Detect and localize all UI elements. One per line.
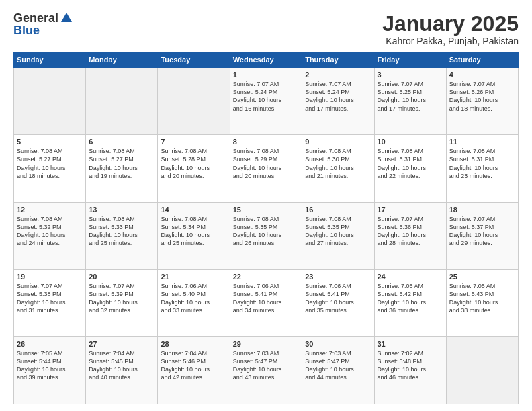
day-number: 14 xyxy=(161,205,226,214)
day-info: Sunrise: 7:02 AMSunset: 5:48 PMDaylight:… xyxy=(378,349,443,382)
day-number: 5 xyxy=(17,138,83,146)
day-info: Sunrise: 7:08 AMSunset: 5:32 PMDaylight:… xyxy=(17,215,83,248)
day-info: Sunrise: 7:06 AMSunset: 5:40 PMDaylight:… xyxy=(161,282,226,315)
calendar-cell: 23Sunrise: 7:06 AMSunset: 5:41 PMDayligh… xyxy=(302,269,374,336)
day-info: Sunrise: 7:07 AMSunset: 5:39 PMDaylight:… xyxy=(89,282,154,315)
day-number: 12 xyxy=(17,205,83,214)
logo-icon xyxy=(60,10,73,24)
calendar-cell: 6Sunrise: 7:08 AMSunset: 5:27 PMDaylight… xyxy=(86,135,158,202)
header: General Blue January 2025 Kahror Pakka, … xyxy=(13,12,519,46)
calendar-cell: 10Sunrise: 7:08 AMSunset: 5:31 PMDayligh… xyxy=(374,135,446,202)
day-number: 20 xyxy=(89,273,154,281)
day-number: 17 xyxy=(378,205,443,214)
calendar-cell: 27Sunrise: 7:04 AMSunset: 5:45 PMDayligh… xyxy=(86,336,158,404)
title-area: January 2025 Kahror Pakka, Punjab, Pakis… xyxy=(382,12,519,46)
day-number: 18 xyxy=(449,205,515,214)
day-info: Sunrise: 7:07 AMSunset: 5:38 PMDaylight:… xyxy=(17,282,83,315)
col-saturday: Saturday xyxy=(446,52,518,68)
calendar-cell: 11Sunrise: 7:08 AMSunset: 5:31 PMDayligh… xyxy=(446,135,518,202)
calendar-week-5: 26Sunrise: 7:05 AMSunset: 5:44 PMDayligh… xyxy=(14,336,519,404)
day-info: Sunrise: 7:08 AMSunset: 5:34 PMDaylight:… xyxy=(161,215,226,248)
day-number: 31 xyxy=(378,340,443,348)
day-number: 30 xyxy=(305,340,371,348)
calendar-cell: 26Sunrise: 7:05 AMSunset: 5:44 PMDayligh… xyxy=(14,336,86,404)
day-info: Sunrise: 7:08 AMSunset: 5:27 PMDaylight:… xyxy=(89,147,154,180)
day-number: 19 xyxy=(17,273,83,281)
calendar-cell: 1Sunrise: 7:07 AMSunset: 5:24 PMDaylight… xyxy=(230,68,302,135)
calendar-cell: 12Sunrise: 7:08 AMSunset: 5:32 PMDayligh… xyxy=(14,202,86,269)
day-number: 24 xyxy=(378,273,443,281)
day-number: 9 xyxy=(305,138,371,146)
day-info: Sunrise: 7:03 AMSunset: 5:47 PMDaylight:… xyxy=(305,349,371,382)
calendar-body: 1Sunrise: 7:07 AMSunset: 5:24 PMDaylight… xyxy=(14,68,519,404)
calendar-title: January 2025 xyxy=(382,12,519,36)
day-info: Sunrise: 7:07 AMSunset: 5:26 PMDaylight:… xyxy=(449,80,515,113)
day-info: Sunrise: 7:08 AMSunset: 5:30 PMDaylight:… xyxy=(305,147,371,180)
calendar-cell: 16Sunrise: 7:08 AMSunset: 5:35 PMDayligh… xyxy=(302,202,374,269)
day-info: Sunrise: 7:05 AMSunset: 5:43 PMDaylight:… xyxy=(449,282,515,315)
calendar-cell: 29Sunrise: 7:03 AMSunset: 5:47 PMDayligh… xyxy=(230,336,302,404)
calendar-cell: 17Sunrise: 7:07 AMSunset: 5:36 PMDayligh… xyxy=(374,202,446,269)
calendar-cell: 13Sunrise: 7:08 AMSunset: 5:33 PMDayligh… xyxy=(86,202,158,269)
day-number: 8 xyxy=(233,138,299,146)
calendar-cell: 5Sunrise: 7:08 AMSunset: 5:27 PMDaylight… xyxy=(14,135,86,202)
calendar-cell: 9Sunrise: 7:08 AMSunset: 5:30 PMDaylight… xyxy=(302,135,374,202)
calendar-cell xyxy=(14,68,86,135)
col-monday: Monday xyxy=(86,52,158,68)
day-number: 25 xyxy=(449,273,515,281)
col-sunday: Sunday xyxy=(14,52,86,68)
calendar-cell xyxy=(86,68,158,135)
calendar-header-row: Sunday Monday Tuesday Wednesday Thursday… xyxy=(14,52,519,68)
day-number: 28 xyxy=(161,340,226,348)
day-number: 10 xyxy=(378,138,443,146)
col-wednesday: Wednesday xyxy=(230,52,302,68)
day-number: 11 xyxy=(449,138,515,146)
day-info: Sunrise: 7:04 AMSunset: 5:46 PMDaylight:… xyxy=(161,349,226,382)
logo-general-text: General xyxy=(13,12,58,24)
day-info: Sunrise: 7:07 AMSunset: 5:24 PMDaylight:… xyxy=(233,80,299,113)
day-number: 26 xyxy=(17,340,83,348)
day-number: 3 xyxy=(378,71,443,79)
day-info: Sunrise: 7:07 AMSunset: 5:24 PMDaylight:… xyxy=(305,80,371,113)
calendar-cell: 20Sunrise: 7:07 AMSunset: 5:39 PMDayligh… xyxy=(86,269,158,336)
day-info: Sunrise: 7:08 AMSunset: 5:35 PMDaylight:… xyxy=(305,215,371,248)
day-info: Sunrise: 7:06 AMSunset: 5:41 PMDaylight:… xyxy=(233,282,299,315)
calendar-cell: 15Sunrise: 7:08 AMSunset: 5:35 PMDayligh… xyxy=(230,202,302,269)
calendar-cell: 2Sunrise: 7:07 AMSunset: 5:24 PMDaylight… xyxy=(302,68,374,135)
calendar-week-3: 12Sunrise: 7:08 AMSunset: 5:32 PMDayligh… xyxy=(14,202,519,269)
day-info: Sunrise: 7:07 AMSunset: 5:36 PMDaylight:… xyxy=(378,215,443,248)
logo-blue-text: Blue xyxy=(13,24,40,37)
day-number: 15 xyxy=(233,205,299,214)
calendar-cell xyxy=(446,336,518,404)
day-info: Sunrise: 7:08 AMSunset: 5:28 PMDaylight:… xyxy=(161,147,226,180)
calendar-week-2: 5Sunrise: 7:08 AMSunset: 5:27 PMDaylight… xyxy=(14,135,519,202)
calendar-week-1: 1Sunrise: 7:07 AMSunset: 5:24 PMDaylight… xyxy=(14,68,519,135)
day-info: Sunrise: 7:04 AMSunset: 5:45 PMDaylight:… xyxy=(89,349,154,382)
calendar-cell: 18Sunrise: 7:07 AMSunset: 5:37 PMDayligh… xyxy=(446,202,518,269)
day-number: 23 xyxy=(305,273,371,281)
day-number: 29 xyxy=(233,340,299,348)
day-number: 16 xyxy=(305,205,371,214)
day-number: 21 xyxy=(161,273,226,281)
day-info: Sunrise: 7:08 AMSunset: 5:31 PMDaylight:… xyxy=(449,147,515,180)
calendar-cell: 8Sunrise: 7:08 AMSunset: 5:29 PMDaylight… xyxy=(230,135,302,202)
day-number: 27 xyxy=(89,340,154,348)
day-number: 4 xyxy=(449,71,515,79)
col-thursday: Thursday xyxy=(302,52,374,68)
day-info: Sunrise: 7:05 AMSunset: 5:44 PMDaylight:… xyxy=(17,349,83,382)
calendar-subtitle: Kahror Pakka, Punjab, Pakistan xyxy=(382,36,519,46)
col-friday: Friday xyxy=(374,52,446,68)
day-info: Sunrise: 7:07 AMSunset: 5:37 PMDaylight:… xyxy=(449,215,515,248)
day-number: 7 xyxy=(161,138,226,146)
calendar-cell: 31Sunrise: 7:02 AMSunset: 5:48 PMDayligh… xyxy=(374,336,446,404)
calendar-cell: 25Sunrise: 7:05 AMSunset: 5:43 PMDayligh… xyxy=(446,269,518,336)
day-number: 22 xyxy=(233,273,299,281)
calendar-cell: 30Sunrise: 7:03 AMSunset: 5:47 PMDayligh… xyxy=(302,336,374,404)
day-number: 6 xyxy=(89,138,154,146)
day-info: Sunrise: 7:03 AMSunset: 5:47 PMDaylight:… xyxy=(233,349,299,382)
calendar-cell xyxy=(158,68,230,135)
day-info: Sunrise: 7:08 AMSunset: 5:35 PMDaylight:… xyxy=(233,215,299,248)
calendar-cell: 3Sunrise: 7:07 AMSunset: 5:25 PMDaylight… xyxy=(374,68,446,135)
day-info: Sunrise: 7:07 AMSunset: 5:25 PMDaylight:… xyxy=(378,80,443,113)
logo: General Blue xyxy=(13,12,73,36)
